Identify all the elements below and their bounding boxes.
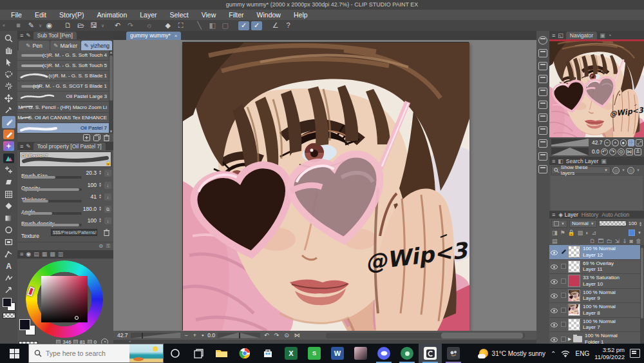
slider-angle[interactable]: Angle 180.0 ▲▼ ⧉ <box>17 204 113 217</box>
layer-checkbox[interactable] <box>559 279 568 284</box>
material-color-pattern-icon[interactable] <box>538 49 547 57</box>
color-swatches[interactable] <box>2 298 16 311</box>
flip-horizontal-icon[interactable]: ⋈ <box>293 332 301 338</box>
layer-thumbnail[interactable] <box>568 319 580 331</box>
nav-fullscreen-icon[interactable]: ⤢ <box>636 139 642 146</box>
tab-layer[interactable]: ◈ Layer <box>558 211 578 218</box>
menu-filter[interactable]: Filter <box>223 11 249 19</box>
chrome-icon[interactable] <box>233 344 256 363</box>
brush-item[interactable]: (c)R. M. - G. S. SCGT S Blade 1 <box>17 81 113 92</box>
spinner-icon[interactable]: ▲▼ <box>639 221 642 226</box>
color-slider-tab-icon[interactable]: ▤ <box>33 251 39 257</box>
transfer-layer-icon[interactable]: ⇲ <box>614 238 620 244</box>
foreground-color-swatch[interactable] <box>3 298 12 307</box>
excel-icon[interactable]: X <box>279 344 303 363</box>
gimp-icon[interactable] <box>442 344 465 363</box>
layer-row-12[interactable]: 100 % NormalLayer 12 <box>549 245 644 260</box>
zoom-curve-slider[interactable] <box>551 139 589 146</box>
zoom-in-icon[interactable]: + <box>192 332 198 338</box>
material-pose-icon[interactable] <box>538 113 547 122</box>
chevron-down-icon[interactable]: ▼ <box>636 168 640 172</box>
fill-icon[interactable]: ◆ <box>162 21 173 30</box>
wheel-color-swatches[interactable] <box>19 318 41 340</box>
move-tool-icon[interactable] <box>2 92 15 104</box>
line-segment-tool-icon[interactable] <box>2 248 15 260</box>
hand-tool-icon[interactable] <box>2 44 15 57</box>
color-wheel-tab-icon[interactable]: ◉ <box>26 251 31 257</box>
material-3d-icon[interactable] <box>538 101 547 109</box>
clip-studio-paint-icon[interactable] <box>419 344 442 363</box>
clip-studio-icon[interactable]: ◉ <box>44 21 55 30</box>
weather-widget[interactable]: 31°C Mostly sunny <box>479 349 545 358</box>
csp-logo-icon[interactable]: ✎ <box>26 21 37 30</box>
panel-switch-icon[interactable]: ▤ <box>552 238 558 244</box>
nav-actual-size-icon[interactable]: ● <box>620 139 627 146</box>
rotate-left-icon[interactable]: ↶ <box>263 332 270 338</box>
pencil-tool-icon[interactable] <box>2 128 15 141</box>
rotation-curve-slider[interactable] <box>551 148 589 155</box>
color-history-tab-icon[interactable]: ▥ <box>58 251 64 257</box>
pen-tool-icon[interactable] <box>2 116 15 128</box>
material-image-icon[interactable] <box>538 88 547 96</box>
layer-row-7[interactable]: 100 % NormalLayer 7 <box>549 318 644 333</box>
tab-history[interactable]: History <box>582 211 598 218</box>
zoom-out-icon[interactable]: − <box>184 332 189 338</box>
correct-line-tool-icon[interactable] <box>2 284 15 296</box>
material-search-icon[interactable] <box>538 36 547 44</box>
gradient-tool-icon[interactable] <box>2 212 15 224</box>
tray-expand-icon[interactable]: ⌃ <box>551 350 556 357</box>
brush-item[interactable]: (c)R. M. - G. S. Soft Touch 5 <box>17 61 113 71</box>
ruler-icon[interactable]: ⊿ <box>592 230 597 236</box>
eraser-tool-icon[interactable] <box>2 176 15 188</box>
menu-view[interactable]: View <box>196 11 222 19</box>
param-source-icon[interactable]: ↓ <box>104 170 111 177</box>
nav-fit-screen-icon[interactable]: ⛶ <box>628 139 634 146</box>
material-monochromatic-icon[interactable] <box>538 62 547 70</box>
slider-opacity[interactable]: Opacity 100 ▲▼ ↓ <box>17 181 113 193</box>
blend-tool-icon[interactable] <box>2 188 15 201</box>
enable-mask-icon[interactable]: ◐ <box>585 230 589 236</box>
menu-window[interactable]: Window <box>251 11 287 19</box>
lock-icon[interactable]: 🔒 <box>105 160 111 166</box>
layer-row-11[interactable]: 69 % OverlayLayer 11 <box>549 260 644 275</box>
folder-expand-icon[interactable]: ▶ <box>568 337 573 342</box>
color-mixing-tab-icon[interactable]: ▩ <box>50 251 55 257</box>
gradient-tool-icon[interactable]: ◧ <box>207 21 218 30</box>
spinner-icon[interactable]: ▲▼ <box>99 206 102 211</box>
texture-delete-icon[interactable] <box>104 229 109 236</box>
clip-below-icon[interactable]: ◨ <box>552 230 558 236</box>
filter-2-icon[interactable]: ◎ <box>627 167 634 174</box>
chevron-icon[interactable]: ∨ <box>39 23 42 28</box>
task-view-button[interactable] <box>187 344 210 363</box>
slider-thickness[interactable]: Thickness 41 ▲▼ ↓ <box>17 192 113 204</box>
angle-icon[interactable]: ∠ <box>270 21 281 30</box>
panel-menu-icon[interactable]: ≡ <box>20 143 23 150</box>
start-button[interactable] <box>0 344 28 363</box>
layer-checkbox[interactable] <box>559 293 568 298</box>
slider-brush-size[interactable]: Brush Size 20.3 ▲▼ ↓ <box>17 168 113 181</box>
undo-icon[interactable]: ↶ <box>112 21 123 30</box>
close-tab-icon[interactable]: × <box>175 32 178 40</box>
rotation-slider[interactable] <box>218 333 260 338</box>
visibility-eye-icon[interactable] <box>549 304 559 316</box>
spinner-icon[interactable]: ▲▼ <box>99 217 102 222</box>
nav-zoom-in-icon[interactable]: + <box>612 139 618 146</box>
microsoft-store-icon[interactable] <box>256 344 279 363</box>
lock-transparent-icon[interactable]: ▨ <box>578 230 583 236</box>
delete-subtool-icon[interactable] <box>104 134 109 141</box>
material-download-icon[interactable] <box>538 126 547 135</box>
word-icon[interactable]: W <box>326 344 349 363</box>
nav-flip-vertical-icon[interactable]: ≚ <box>634 148 641 155</box>
new-vector-layer-icon[interactable]: 🗔 <box>598 238 603 244</box>
text-tool-icon[interactable]: A <box>2 260 15 272</box>
canvas-viewport[interactable] <box>113 40 536 331</box>
crop-frame-icon[interactable]: ⛶ <box>175 21 186 30</box>
menu-file[interactable]: File <box>5 11 28 19</box>
tool-property-header[interactable]: ≡ ✎ Tool property [Oil Pastel 7] <box>17 142 113 150</box>
brush-item[interactable]: (c)R. M. - G. S. Soft Touch 4 <box>17 50 113 61</box>
marker-tool-icon[interactable] <box>2 152 15 164</box>
brush-item[interactable]: R. M. - G. Oil Art CANVAS Tex ENHANCE <box>17 113 113 123</box>
sv-cursor[interactable] <box>75 316 79 320</box>
canvas-document[interactable] <box>182 42 469 330</box>
brush-item[interactable]: Oil Pastel Large 3 <box>17 92 113 102</box>
